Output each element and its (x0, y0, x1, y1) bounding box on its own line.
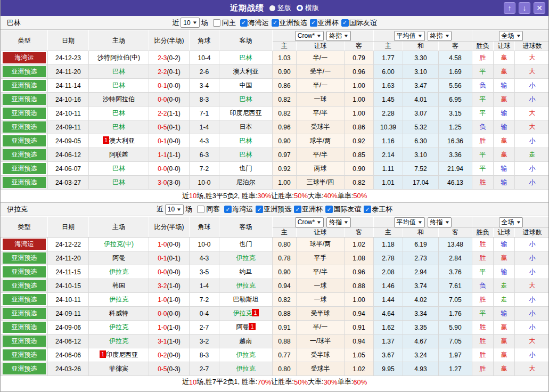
result-goals: 大 (515, 65, 549, 79)
handicap-line: 平/半 (297, 148, 345, 162)
odds-away: 5.56 (439, 79, 472, 93)
handicap-line: 一球 (297, 93, 345, 107)
type-cell: 亚洲预选 (1, 162, 48, 176)
competition-badge: 亚洲预选 (3, 266, 46, 277)
date-cell: 24-06-07 (48, 162, 89, 176)
handicap-line: 半/一 (297, 79, 345, 93)
col-score: 比分(半场) (149, 217, 190, 238)
summary-text: 大率: (308, 377, 324, 387)
bookmaker-select[interactable]: Crow*▼ (295, 31, 324, 41)
competition-checkbox[interactable]: ✓ (240, 19, 248, 27)
result-goals: 走 (515, 148, 549, 162)
team-name: 伊拉克 (236, 254, 256, 262)
odds-home: 6.00 (374, 65, 403, 79)
handicap-away-odds: 0.79 (345, 51, 374, 65)
competition-checkbox[interactable]: ✓ (341, 19, 349, 27)
same-venue-checkbox[interactable] (197, 206, 204, 213)
match-row: 亚洲预选24-09-06伊拉克1-0(1-0)2-7阿曼10.91半/一0.91… (1, 321, 549, 334)
score-cell: 0-0(0-0) (149, 307, 190, 321)
competition-checkbox[interactable]: ✓ (224, 206, 232, 213)
home-team-cell: 1澳大利亚 (89, 134, 149, 148)
odds-away: 13.48 (439, 238, 472, 251)
move-down-button[interactable]: ↓ (519, 2, 530, 14)
competition-checkbox[interactable]: ✓ (256, 206, 263, 213)
col-odds-away: 客 (439, 42, 472, 51)
recent-count-select[interactable]: 10▼ (181, 18, 199, 28)
layout-vertical-radio[interactable]: 竖版 (269, 3, 291, 13)
competition-checkbox[interactable]: ✓ (272, 19, 279, 27)
result-outcome: 胜 (472, 334, 494, 348)
odds-home: 1.45 (374, 93, 403, 107)
handicap-away-odds: 1.00 (345, 293, 374, 307)
team-name: 巴林 (112, 165, 125, 172)
handicap-line: 受球半 (297, 362, 345, 376)
move-up-button[interactable]: ↑ (504, 2, 515, 14)
col-handicap-line: 让球 (297, 42, 345, 51)
odds-home: 1.62 (374, 321, 403, 334)
col-handicap-home: 主 (273, 228, 297, 238)
odds-away: 7.05 (439, 334, 472, 348)
summary-text: 30% (324, 378, 338, 386)
type-cell: 亚洲预选 (1, 321, 48, 334)
result-goals: 小 (515, 93, 549, 107)
type-cell: 亚洲预选 (1, 120, 48, 134)
handicap-away-odds: 0.90 (345, 162, 374, 176)
competition-badge: 亚洲预选 (3, 363, 46, 374)
competition-badge: 亚洲预选 (3, 94, 46, 105)
final-odds-select-2[interactable]: 终指▼ (428, 31, 452, 41)
fulltime-select[interactable]: 全场▼ (499, 31, 523, 41)
recent-count-select[interactable]: 10▼ (165, 205, 184, 215)
competition-checkbox[interactable]: ✓ (310, 19, 317, 27)
odds-away: 46.13 (439, 176, 472, 190)
handicap-line: 球半/两 (297, 134, 345, 148)
handicap-home-odds: 0.86 (273, 79, 297, 93)
score-cell: 2-2(0-1) (149, 65, 190, 79)
date-cell: 24-09-11 (48, 120, 89, 134)
odds-draw: 3.34 (403, 307, 439, 321)
competition-checkbox[interactable]: ✓ (294, 206, 301, 213)
date-cell: 24-11-20 (48, 65, 89, 79)
handicap-away-odds: 0.88 (345, 279, 374, 293)
result-handicap: 走 (494, 279, 515, 293)
handicap-home-odds: 1.03 (273, 51, 297, 65)
home-team-cell: 伊拉克 (89, 265, 149, 279)
result-group: 全场▼ (472, 217, 549, 228)
summary-text: 10 (189, 192, 196, 200)
odds-draw: 7.52 (403, 162, 439, 176)
final-odds-select-2[interactable]: 终指▼ (428, 217, 452, 227)
same-venue-checkbox[interactable] (213, 19, 220, 27)
corner-cell: 10-0 (190, 238, 219, 251)
col-corner: 角球 (190, 217, 219, 238)
date-cell: 24-06-06 (48, 348, 89, 362)
handicap-home-odds: 0.90 (273, 265, 297, 279)
title-group: 近期战绩 竖版 横版 (1, 3, 548, 13)
date-cell: 24-09-05 (48, 134, 89, 148)
handicap-away-odds: 0.86 (345, 120, 374, 134)
competition-badge: 亚洲预选 (3, 80, 46, 91)
average-select[interactable]: 平均值▼ (394, 31, 425, 41)
result-outcome: 胜 (472, 362, 494, 376)
bookmaker-select[interactable]: Crow*▼ (295, 217, 324, 227)
type-cell: 亚洲预选 (1, 279, 48, 293)
result-goals: 小 (515, 251, 549, 265)
competition-checkbox[interactable]: ✓ (325, 206, 333, 213)
corner-cell: 0-4 (190, 307, 219, 321)
close-button[interactable]: ✕ (534, 2, 545, 14)
result-handicap: 输 (494, 107, 515, 120)
handicap-home-odds: 0.88 (273, 307, 297, 321)
fulltime-select[interactable]: 全场▼ (499, 217, 523, 227)
layout-horizontal-radio[interactable]: 横版 (297, 3, 319, 13)
odds-home: 1.11 (374, 162, 403, 176)
odds-home: 1.44 (374, 293, 403, 307)
final-odds-select-1[interactable]: 终指▼ (326, 217, 351, 227)
average-select[interactable]: 平均值▼ (394, 217, 425, 227)
col-handicap-away: 客 (345, 228, 374, 238)
competition-badge: 海湾运 (3, 239, 46, 250)
results-table-body: 海湾运24-12-22伊拉克(中)1-0(0-0)10-0也门0.80球半/两1… (1, 238, 549, 376)
handicap-away-odds: 0.91 (345, 321, 374, 334)
result-outcome: 平 (472, 107, 494, 120)
final-odds-select-1[interactable]: 终指▼ (326, 31, 351, 41)
result-handicap: 输 (494, 79, 515, 93)
competition-checkbox[interactable]: ✓ (364, 206, 371, 213)
col-handicap-result: 让球 (494, 228, 515, 238)
